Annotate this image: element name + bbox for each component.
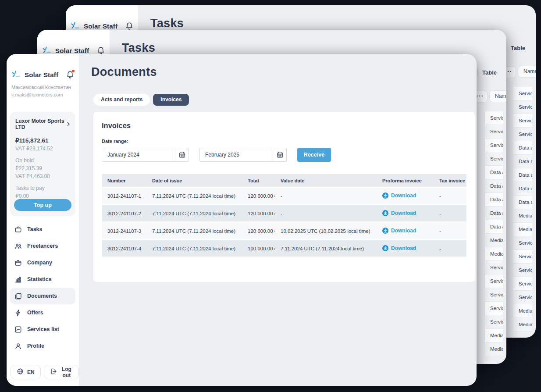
download-link[interactable]: Download [382, 245, 416, 251]
task-row: Data an [485, 207, 503, 220]
on-hold-label: On hold [15, 157, 70, 164]
company-selector[interactable]: Luxor Motor Sports LTD [15, 118, 70, 130]
date-to-value: February 2025 [200, 152, 273, 158]
view-toggle-label: Table [511, 45, 525, 51]
view-toggle-table[interactable]: Table [477, 69, 497, 76]
tab-invoices[interactable]: Invoices [153, 94, 189, 106]
cell-date-of-issue: 7.11.2024 UTC (7.11.2024 local time) [146, 193, 242, 199]
task-row: Service [485, 111, 503, 125]
background-task-rows: ServiceServiceServiceServiceData anData … [484, 111, 503, 356]
view-toggle-table[interactable]: Table [505, 44, 525, 51]
header-number: Number [102, 178, 146, 183]
solar-staff-logo-icon [11, 70, 22, 80]
task-row: Service [513, 277, 532, 291]
sidebar-footer: EN Log out [11, 365, 79, 379]
globe-icon [17, 368, 24, 376]
sidebar-item-label: Services list [27, 326, 59, 332]
task-row: Service [513, 128, 532, 141]
toggle-divider [477, 69, 477, 76]
calendar-icon[interactable] [175, 148, 189, 161]
background-task-rows: ServiceServiceServiceServiceData anData … [513, 87, 532, 331]
invoice-table-header: Number Date of issue Total Value date Pr… [102, 174, 466, 187]
chevron-right-icon [67, 121, 70, 127]
sidebar-item-tasks[interactable]: Tasks [10, 221, 75, 238]
sidebar-item-label: Profile [27, 343, 44, 349]
task-row: Data an [513, 168, 532, 182]
task-row: Service [513, 100, 532, 114]
sidebar-item-label: Freelancers [27, 243, 58, 249]
invoices-panel: Invoices Date range: January 2024 Februa… [93, 112, 475, 282]
notification-dot [72, 70, 75, 72]
cell-number: 3012-241107-4 [102, 246, 146, 251]
cell-total: 120 000.00 ₽ [242, 210, 275, 217]
top-up-button[interactable]: Top up [14, 199, 71, 211]
calendar-icon[interactable] [273, 148, 286, 161]
sidebar-item-offers[interactable]: Offers [10, 304, 75, 321]
cell-total: 100 000.00 ₽ [242, 246, 275, 252]
sidebar-item-statistics[interactable]: Statistics [10, 271, 75, 288]
date-range-filters: January 2024 February 2025 Receive [102, 148, 466, 162]
cell-proforma: Download [377, 210, 434, 217]
sidebar-item-profile[interactable]: Profile [10, 338, 75, 354]
invoice-table-body: 3012-241107-17.11.2024 UTC (7.11.2024 lo… [102, 188, 466, 257]
download-label: Download [391, 245, 416, 251]
sidebar-item-services-list[interactable]: Services list [10, 321, 75, 338]
notifications-bell-icon[interactable] [125, 21, 134, 31]
cell-value-date: 7.11.2024 UTC (7.11.2024 local time) [275, 246, 377, 251]
task-row: Data an [513, 155, 532, 168]
balance-amount: ₽115,872.61 [15, 137, 70, 144]
logout-button[interactable]: Log out [44, 365, 79, 379]
user-name: Максимовский Константин [11, 85, 77, 90]
download-link[interactable]: Download [382, 210, 416, 216]
logo-text: Solar Staff [84, 22, 117, 30]
task-row: Data an [485, 179, 503, 193]
user-email: k.maks@luxmotors.com [11, 92, 77, 97]
invoice-row: 3012-241107-27.11.2024 UTC (7.11.2024 lo… [102, 205, 466, 221]
invoice-row: 3012-241107-37.11.2024 UTC (7.11.2024 lo… [102, 223, 466, 239]
task-row: Media p [513, 304, 532, 318]
task-row: Media p [485, 342, 503, 356]
date-to-input[interactable]: February 2025 [199, 148, 287, 162]
task-row: Media p [485, 329, 503, 342]
task-row: Service [485, 139, 503, 152]
document-tabs: Acts and reports Invoices [93, 94, 189, 106]
cell-number: 3012-241107-1 [102, 193, 146, 199]
tasks-to-pay-amount: ₽0.00 [15, 193, 70, 199]
cell-value-date: - [275, 211, 377, 216]
cell-number: 3012-241107-2 [102, 211, 146, 216]
cell-date-of-issue: 7.11.2024 UTC (7.11.2024 local time) [146, 246, 242, 251]
notifications-bell-icon[interactable] [66, 70, 75, 79]
tab-acts-and-reports[interactable]: Acts and reports [93, 94, 150, 106]
invoice-row: 3012-241107-17.11.2024 UTC (7.11.2024 lo… [102, 188, 466, 204]
header-value-date: Value date [275, 178, 377, 183]
task-row: Service [485, 288, 503, 302]
task-row: Service [513, 264, 532, 277]
cell-total: 120 000.00 ₽ [242, 228, 275, 234]
sidebar-item-company[interactable]: Company [10, 254, 75, 271]
task-row: Media p [513, 318, 532, 331]
task-row: Data an [513, 182, 532, 196]
cell-proforma: Download [377, 192, 434, 200]
desktop-background: Solar Staff Tasks Table ··· Name i Servi… [0, 0, 541, 392]
name-filter-input[interactable]: Name i [489, 90, 506, 102]
receive-button[interactable]: Receive [297, 148, 331, 162]
invoice-row: 3012-241107-47.11.2024 UTC (7.11.2024 lo… [102, 240, 466, 257]
date-from-input[interactable]: January 2024 [102, 148, 189, 162]
cell-tax-invoice: - [434, 228, 466, 234]
cell-total: 120 000.00 ₽ [242, 193, 275, 199]
language-button[interactable]: EN [11, 365, 41, 379]
task-row: Service [485, 125, 503, 139]
sidebar-item-freelancers[interactable]: Freelancers [10, 238, 75, 254]
task-row: Data an [485, 193, 503, 207]
logout-label: Log out [61, 366, 73, 378]
download-link[interactable]: Download [382, 228, 416, 234]
header-tax-invoice: Tax invoice [434, 178, 466, 183]
sidebar-item-documents[interactable]: Documents [10, 288, 75, 304]
date-range-label: Date range: [102, 139, 466, 144]
task-row: Service [513, 250, 532, 264]
name-filter-input[interactable]: Name i [518, 66, 536, 78]
download-label: Download [391, 210, 416, 216]
task-row: Service [485, 152, 503, 166]
download-link[interactable]: Download [382, 192, 416, 199]
task-row: Data an [513, 196, 532, 209]
